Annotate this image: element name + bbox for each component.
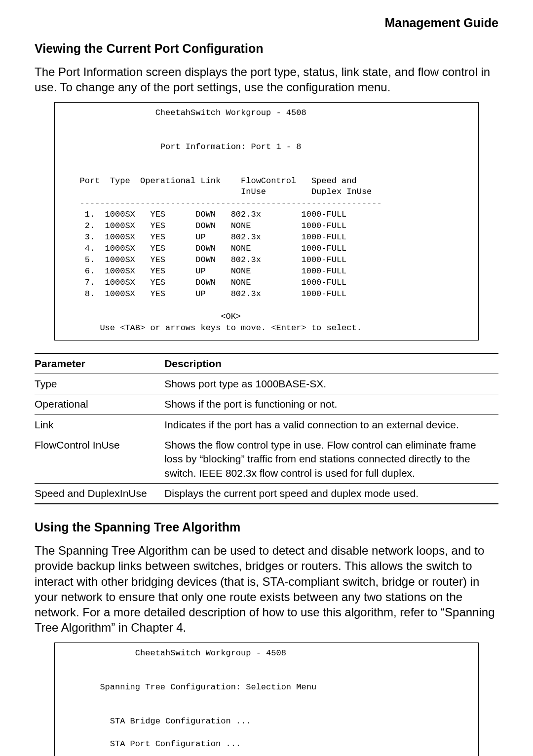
header-title: Management Guide — [35, 15, 498, 32]
table-cell-parameter: Operational — [35, 394, 164, 415]
table-cell-description: Indicates if the port has a valid connec… — [164, 415, 498, 435]
table-cell-parameter: Link — [35, 415, 164, 435]
terminal-spanning-tree: CheetahSwitch Workgroup - 4508 Spanning … — [54, 643, 479, 756]
table-row: OperationalShows if the port is function… — [35, 394, 498, 415]
table-cell-parameter: FlowControl InUse — [35, 435, 164, 484]
section-heading-spanning-tree: Using the Spanning Tree Algorithm — [35, 519, 498, 536]
table-header-parameter: Parameter — [35, 353, 164, 374]
table-header-description: Description — [164, 353, 498, 374]
terminal-port-information: CheetahSwitch Workgroup - 4508 Port Info… — [54, 102, 479, 340]
table-cell-parameter: Type — [35, 374, 164, 394]
table-row: LinkIndicates if the port has a valid co… — [35, 415, 498, 435]
parameter-table: Parameter Description TypeShows port typ… — [35, 353, 498, 505]
table-cell-description: Shows if the port is functioning or not. — [164, 394, 498, 415]
table-cell-description: Shows the flow control type in use. Flow… — [164, 435, 498, 484]
table-row: TypeShows port type as 1000BASE-SX. — [35, 374, 498, 394]
table-cell-description: Shows port type as 1000BASE-SX. — [164, 374, 498, 394]
paragraph-port-config: The Port Information screen displays the… — [35, 64, 498, 95]
table-row: Speed and DuplexInUseDisplays the curren… — [35, 484, 498, 504]
table-cell-parameter: Speed and DuplexInUse — [35, 484, 164, 504]
section-heading-port-config: Viewing the Current Port Configuration — [35, 40, 498, 57]
table-cell-description: Displays the current port speed and dupl… — [164, 484, 498, 504]
table-row: FlowControl InUseShows the flow control … — [35, 435, 498, 484]
paragraph-spanning-tree: The Spanning Tree Algorithm can be used … — [35, 543, 498, 635]
